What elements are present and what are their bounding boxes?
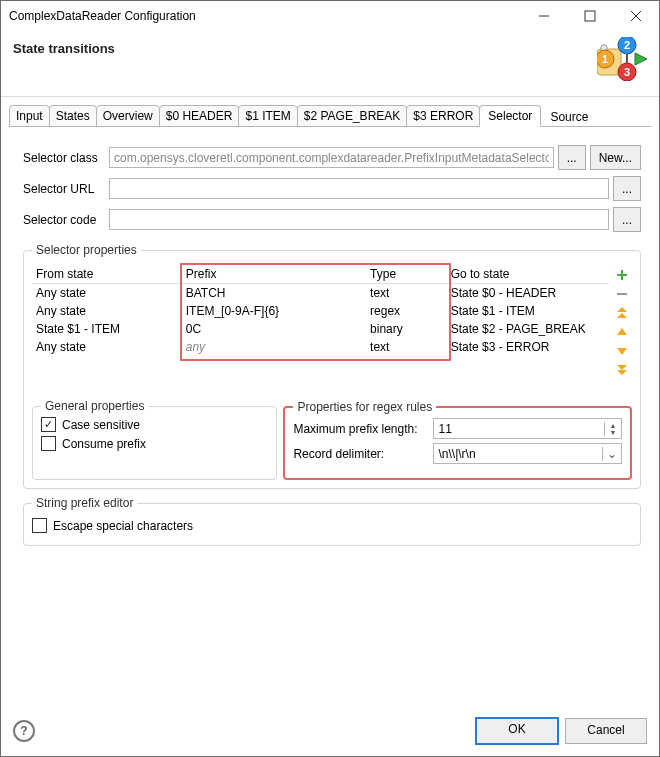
- table-header: From state: [32, 265, 182, 284]
- svg-text:1: 1: [602, 53, 608, 65]
- table-cell: Any state: [32, 302, 182, 320]
- selector-class-field[interactable]: [109, 147, 554, 168]
- table-row[interactable]: [32, 373, 608, 390]
- max-prefix-length-value: 11: [434, 422, 604, 436]
- table-cell: State $3 - ERROR: [447, 338, 608, 356]
- tab-states[interactable]: States: [49, 105, 97, 127]
- table-cell: [32, 373, 182, 390]
- tab-source[interactable]: Source: [540, 107, 598, 127]
- table-cell: State $1 - ITEM: [447, 302, 608, 320]
- table-row[interactable]: Any stateanytextState $3 - ERROR: [32, 338, 608, 356]
- close-button[interactable]: [613, 1, 659, 31]
- selector-class-browse-button[interactable]: ...: [558, 145, 586, 170]
- table-cell: [447, 356, 608, 373]
- chevron-down-icon: ⌄: [602, 447, 621, 461]
- remove-rule-button[interactable]: [614, 286, 630, 302]
- table-cell: State $0 - HEADER: [447, 284, 608, 303]
- window-title: ComplexDataReader Configuration: [9, 9, 521, 23]
- svg-marker-19: [617, 328, 627, 335]
- spinner-up-icon[interactable]: ▲: [605, 422, 621, 429]
- table-cell: binary: [366, 320, 447, 338]
- tab-content: Selector class ... New... Selector URL .…: [1, 127, 659, 705]
- tab--3-error[interactable]: $3 ERROR: [406, 105, 480, 127]
- svg-marker-18: [617, 313, 627, 318]
- table-header: Go to state: [447, 265, 608, 284]
- escape-special-chars-label: Escape special characters: [53, 519, 193, 533]
- case-sensitive-checkbox[interactable]: [41, 417, 56, 432]
- tab-selector[interactable]: Selector: [479, 105, 541, 127]
- svg-marker-22: [617, 370, 627, 375]
- selector-properties-legend: Selector properties: [32, 243, 141, 257]
- add-rule-button[interactable]: [614, 267, 630, 283]
- selector-class-new-button[interactable]: New...: [590, 145, 641, 170]
- page-title: State transitions: [13, 37, 115, 56]
- consume-prefix-checkbox[interactable]: [41, 436, 56, 451]
- move-bottom-button[interactable]: [614, 362, 630, 378]
- max-prefix-length-label: Maximum prefix length:: [293, 422, 427, 436]
- case-sensitive-label: Case sensitive: [62, 418, 140, 432]
- move-down-button[interactable]: [614, 343, 630, 359]
- table-row[interactable]: Any stateBATCHtextState $0 - HEADER: [32, 284, 608, 303]
- move-up-button[interactable]: [614, 324, 630, 340]
- svg-text:3: 3: [624, 66, 630, 78]
- table-cell: ITEM_[0-9A-F]{6}: [182, 302, 366, 320]
- selector-code-label: Selector code: [23, 213, 109, 227]
- record-delimiter-value: \n\\|\r\n: [434, 447, 602, 461]
- cancel-button[interactable]: Cancel: [565, 718, 647, 744]
- minimize-button[interactable]: [521, 1, 567, 31]
- selector-url-field[interactable]: [109, 178, 609, 199]
- table-cell: Any state: [32, 284, 182, 303]
- max-prefix-length-spinner[interactable]: 11 ▲▼: [433, 418, 622, 439]
- tab-overview[interactable]: Overview: [96, 105, 160, 127]
- svg-marker-17: [617, 307, 627, 312]
- table-cell: State $2 - PAGE_BREAK: [447, 320, 608, 338]
- ok-button[interactable]: OK: [475, 717, 559, 745]
- table-row[interactable]: [32, 356, 608, 373]
- table-row[interactable]: Any stateITEM_[0-9A-F]{6}regexState $1 -…: [32, 302, 608, 320]
- dialog-window: ComplexDataReader Configuration State tr…: [0, 0, 660, 757]
- table-cell: State $1 - ITEM: [32, 320, 182, 338]
- escape-special-chars-checkbox[interactable]: [32, 518, 47, 533]
- consume-prefix-label: Consume prefix: [62, 437, 146, 451]
- rules-table[interactable]: From statePrefixTypeGo to state Any stat…: [32, 265, 608, 390]
- selector-url-browse-button[interactable]: ...: [613, 176, 641, 201]
- spinner-down-icon[interactable]: ▼: [605, 429, 621, 436]
- table-side-toolbar: [608, 265, 632, 390]
- header: State transitions 1 2 3: [1, 31, 659, 97]
- table-cell: text: [366, 284, 447, 303]
- table-cell: 0C: [182, 320, 366, 338]
- maximize-button[interactable]: [567, 1, 613, 31]
- table-cell: text: [366, 338, 447, 356]
- svg-rect-1: [585, 11, 595, 21]
- selector-class-label: Selector class: [23, 151, 109, 165]
- svg-marker-20: [617, 348, 627, 355]
- tab--2-page-break[interactable]: $2 PAGE_BREAK: [297, 105, 408, 127]
- svg-marker-21: [617, 365, 627, 370]
- tab--0-header[interactable]: $0 HEADER: [159, 105, 240, 127]
- selector-properties-group: Selector properties From statePrefixType…: [23, 250, 641, 489]
- selector-code-field[interactable]: [109, 209, 609, 230]
- window-controls: [521, 1, 659, 31]
- selector-code-browse-button[interactable]: ...: [613, 207, 641, 232]
- table-cell: [182, 373, 366, 390]
- footer: ? OK Cancel: [1, 705, 659, 756]
- table-header: Type: [366, 265, 447, 284]
- table-cell: Any state: [32, 338, 182, 356]
- tab-input[interactable]: Input: [9, 105, 50, 127]
- svg-text:2: 2: [624, 39, 630, 51]
- table-row[interactable]: State $1 - ITEM0CbinaryState $2 - PAGE_B…: [32, 320, 608, 338]
- regex-properties-group: Properties for regex rules Maximum prefi…: [283, 406, 632, 480]
- tab--1-item[interactable]: $1 ITEM: [238, 105, 297, 127]
- titlebar: ComplexDataReader Configuration: [1, 1, 659, 31]
- record-delimiter-label: Record delimiter:: [293, 447, 427, 461]
- table-cell: [447, 373, 608, 390]
- record-delimiter-combo[interactable]: \n\\|\r\n ⌄: [433, 443, 622, 464]
- help-button[interactable]: ?: [13, 720, 35, 742]
- general-properties-legend: General properties: [41, 399, 148, 413]
- move-top-button[interactable]: [614, 305, 630, 321]
- general-properties-group: General properties Case sensitive Consum…: [32, 406, 277, 480]
- regex-properties-legend: Properties for regex rules: [293, 400, 436, 414]
- string-prefix-editor-group: String prefix editor Escape special char…: [23, 503, 641, 546]
- header-icon: 1 2 3: [597, 37, 647, 84]
- table-cell: [366, 356, 447, 373]
